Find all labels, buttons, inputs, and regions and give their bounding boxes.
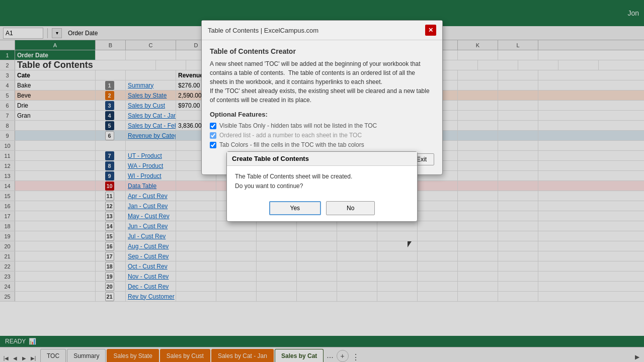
yes-button[interactable]: Yes: [269, 201, 321, 215]
dialog-close-button[interactable]: ✕: [425, 25, 436, 36]
checkbox-tabcolors-label: Tab Colors - fill the cells in the TOC w…: [219, 141, 364, 148]
confirm-buttons: Yes No: [227, 197, 417, 221]
dialog-section-title: Table of Contents Creator: [210, 47, 434, 55]
dialog-description: A new sheet named 'TOC' will be added at…: [210, 59, 434, 105]
confirm-body: The Table of Contents sheet will be crea…: [227, 166, 417, 197]
confirm-title-text: Create Table of Contents: [232, 155, 309, 162]
checkbox-ordered-label: Ordered list - add a number to each shee…: [219, 132, 362, 139]
optional-features-title: Optional Features:: [210, 111, 434, 118]
main-dialog: Table of Contents | ExcelCampus.com ✕ Ta…: [201, 20, 443, 175]
modal-overlay: Table of Contents | ExcelCampus.com ✕ Ta…: [0, 0, 644, 362]
checkbox-visible-tabs[interactable]: [210, 123, 216, 129]
checkbox-tabcolors-row: Tab Colors - fill the cells in the TOC w…: [210, 141, 434, 148]
dialog-title-bar: Table of Contents | ExcelCampus.com ✕: [202, 21, 442, 40]
confirm-line2: Do you want to continue?: [235, 182, 409, 191]
spreadsheet: Jon A1 ▾ Order Date A B C D E F G H I J …: [0, 0, 644, 362]
checkbox-ordered-row: Ordered list - add a number to each shee…: [210, 132, 434, 139]
confirm-line1: The Table of Contents sheet will be crea…: [235, 172, 409, 182]
checkbox-ordered[interactable]: [210, 132, 216, 139]
checkbox-visible-tabs-row: Visible Tabs Only - hidden tabs will not…: [210, 122, 434, 129]
no-button[interactable]: No: [326, 201, 375, 215]
confirm-title-bar: Create Table of Contents: [227, 152, 417, 166]
dialog-title-text: Table of Contents | ExcelCampus.com: [208, 27, 318, 34]
confirm-dialog: Create Table of Contents The Table of Co…: [226, 151, 418, 222]
checkbox-visible-tabs-label: Visible Tabs Only - hidden tabs will not…: [219, 122, 377, 129]
checkbox-tabcolors[interactable]: [210, 142, 216, 148]
